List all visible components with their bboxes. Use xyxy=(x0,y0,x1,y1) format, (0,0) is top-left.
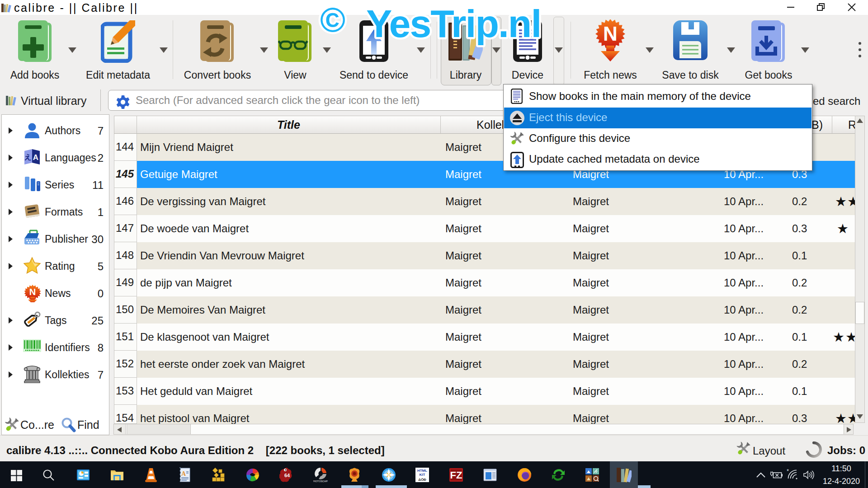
svg-text:PHOTOSCAPE: PHOTOSCAPE xyxy=(313,480,328,483)
svg-text:FZ: FZ xyxy=(450,469,462,481)
svg-text:YesTrip.nl: YesTrip.nl xyxy=(366,2,541,45)
svg-text:*: * xyxy=(787,469,789,474)
svg-text:ΔŌĐ: ΔŌĐ xyxy=(418,478,426,482)
svg-text:HTML: HTML xyxy=(417,469,427,473)
svg-text:©: © xyxy=(320,0,345,39)
svg-text:KIT: KIT xyxy=(420,473,425,477)
svg-text:A: A xyxy=(181,470,186,477)
svg-text:N: N xyxy=(29,287,36,297)
svg-text:N: N xyxy=(603,23,618,45)
svg-text:え: え xyxy=(24,153,32,161)
svg-text:64: 64 xyxy=(284,473,290,478)
svg-text:A: A xyxy=(33,153,38,162)
